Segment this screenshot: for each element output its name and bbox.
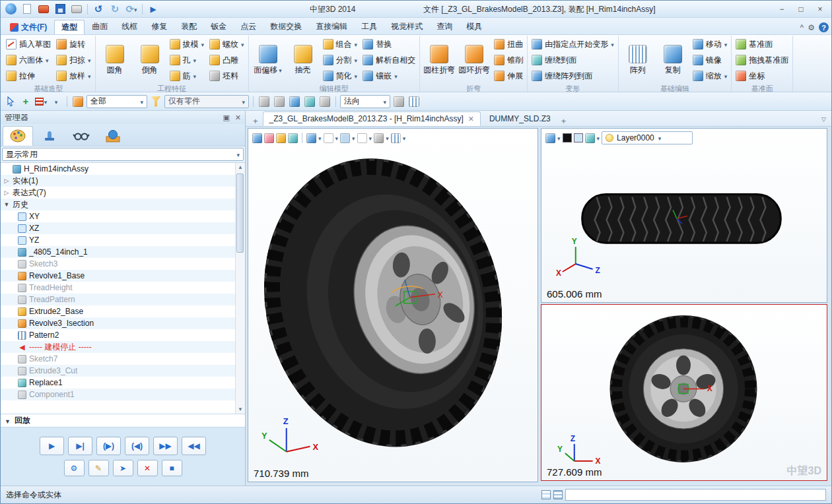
new-file-button[interactable] xyxy=(19,2,35,16)
tree-item[interactable]: Replace1 xyxy=(1,377,235,389)
command-input[interactable] xyxy=(565,489,826,501)
face-color-swatch[interactable] xyxy=(574,133,583,142)
wireframe-mode-dropdown[interactable] xyxy=(324,133,333,143)
section-view-icon[interactable] xyxy=(276,133,286,143)
tree-item[interactable]: Sketch7 xyxy=(1,353,235,365)
hole-button[interactable]: 孔 xyxy=(168,52,207,68)
tab-direct-edit[interactable]: 直接编辑 xyxy=(309,20,354,34)
tree-item[interactable]: Component1 xyxy=(1,389,235,400)
orientation-dropdown[interactable]: 法向 xyxy=(340,95,390,108)
manager-tab-visualize[interactable] xyxy=(66,126,96,146)
emboss-button[interactable]: 凸雕 xyxy=(207,52,246,68)
view-mode-dropdown[interactable] xyxy=(545,133,555,143)
eraser-icon[interactable] xyxy=(264,133,274,143)
tab-assembly[interactable]: 装配 xyxy=(174,20,203,34)
pick-box-button[interactable] xyxy=(258,95,271,108)
replay-solid-button[interactable]: ■ xyxy=(162,460,182,476)
scroll-down-icon[interactable]: ▼ xyxy=(238,406,243,412)
divide-button[interactable]: 分割 xyxy=(321,52,360,68)
tree-item[interactable]: Revolve1_Base xyxy=(1,270,235,282)
tree-item[interactable]: XZ xyxy=(1,222,235,234)
pick-polygon-button[interactable] xyxy=(273,95,286,108)
tire-model-side-view[interactable]: Y X Z xyxy=(541,129,827,303)
print-button[interactable] xyxy=(69,2,85,16)
scope-filter-dropdown[interactable]: 全部 xyxy=(87,95,147,108)
tab-inquire[interactable]: 查询 xyxy=(430,20,459,34)
copy-button[interactable]: 复制 xyxy=(656,44,690,77)
redo-button[interactable]: ↻ xyxy=(107,2,123,16)
snap-toggle-button[interactable] xyxy=(303,95,316,108)
tree-view-filter-dropdown[interactable]: 显示常用 xyxy=(2,148,244,161)
tree-item[interactable]: Extrude2_Base xyxy=(1,305,235,317)
replay-header[interactable]: 回放 xyxy=(1,414,245,427)
document-tab[interactable]: DUMMY_SLD.Z3 xyxy=(483,111,557,126)
tab-file[interactable]: 文件(F) xyxy=(3,20,53,34)
pattern-button[interactable]: 阵列 xyxy=(621,44,655,77)
revolve-button[interactable]: 旋转 xyxy=(54,36,93,52)
combine-button[interactable]: 组合 xyxy=(321,36,360,52)
tree-item[interactable]: 历史 xyxy=(1,199,235,210)
rib-button[interactable]: 筋 xyxy=(168,68,207,84)
tab-shape[interactable]: 造型 xyxy=(54,20,85,34)
tree-item[interactable]: Sketch3 xyxy=(1,258,235,270)
minimize-button[interactable]: − xyxy=(773,3,791,16)
filter-tool-button[interactable] xyxy=(149,95,162,108)
extrude-button[interactable]: 拉伸 xyxy=(4,68,53,84)
save-button[interactable] xyxy=(52,2,68,16)
entity-filter-dropdown[interactable]: 仅有零件 xyxy=(164,95,249,108)
walkthrough-icon[interactable] xyxy=(252,133,262,143)
replay-fast-forward-button[interactable]: ▶▶ xyxy=(153,437,178,455)
scrollbar-thumb[interactable] xyxy=(236,173,244,253)
collapse-ribbon-button[interactable]: ^ xyxy=(800,23,804,32)
display-mode-dropdown[interactable] xyxy=(306,133,316,143)
wrap-pattern-to-face-button[interactable]: 缠绕阵列到面 xyxy=(530,68,616,84)
viewport-main[interactable]: X Z Y X xyxy=(248,128,538,482)
box-button[interactable]: 六面体 xyxy=(4,52,53,68)
grid-display-dropdown[interactable] xyxy=(391,133,401,143)
shell-button[interactable]: 抽壳 xyxy=(286,44,320,77)
selection-options-button[interactable] xyxy=(50,95,63,108)
tab-wireframe[interactable]: 线框 xyxy=(115,20,144,34)
pick-chain-button[interactable] xyxy=(288,95,301,108)
tree-item[interactable]: H_Rim14inchAssy xyxy=(1,163,235,175)
tab-repair[interactable]: 修复 xyxy=(145,20,174,34)
draft-button[interactable]: 拔模 xyxy=(168,36,207,52)
sweep-button[interactable]: 扫掠 xyxy=(54,52,93,68)
tree-item[interactable]: Revolve3_Isection xyxy=(1,317,235,329)
replay-run-to-feature-button[interactable]: ➤ xyxy=(113,460,133,476)
table-view-icon[interactable] xyxy=(541,490,551,499)
replay-settings-button[interactable]: ⚙ xyxy=(64,460,85,476)
rotation-center-dropdown[interactable] xyxy=(357,133,367,143)
visibility-dropdown[interactable] xyxy=(585,133,595,143)
viewport-side[interactable]: Layer0000 xyxy=(541,128,827,303)
grid-toggle-button[interactable] xyxy=(407,95,421,108)
replay-play-to-end-button[interactable]: ▶| xyxy=(68,437,92,455)
scale-button[interactable]: 缩放 xyxy=(691,68,730,84)
highlight-tool-button[interactable] xyxy=(71,95,85,108)
tree-item-model-stop[interactable]: ----- 建模停止 ----- xyxy=(1,341,235,353)
edge-color-swatch[interactable] xyxy=(563,133,572,142)
csys-button[interactable]: 坐标 xyxy=(734,68,790,84)
selection-list-button[interactable] xyxy=(34,95,48,108)
tab-surface[interactable]: 曲面 xyxy=(85,20,114,34)
chamfer-button[interactable]: 倒角 xyxy=(133,44,167,77)
undo-button[interactable]: ↺ xyxy=(90,2,106,16)
datum-plane-button[interactable]: 基准面 xyxy=(734,36,790,52)
tree-item[interactable]: TreadHeight xyxy=(1,282,235,294)
replay-delete-button[interactable]: ✕ xyxy=(137,460,158,476)
tree-item[interactable]: YZ xyxy=(1,234,235,246)
close-panel-button[interactable]: ✕ xyxy=(235,113,241,122)
tab-tools[interactable]: 工具 xyxy=(355,20,384,34)
tire-model-front-view[interactable]: X Z Y X xyxy=(541,305,827,481)
fillet-button[interactable]: 圆角 xyxy=(98,44,132,77)
expand-arrow-icon[interactable] xyxy=(3,189,10,196)
mirror-button[interactable]: 镜像 xyxy=(691,52,730,68)
manager-tab-assembly[interactable] xyxy=(34,126,65,146)
simplify-button[interactable]: 简化 xyxy=(321,68,360,84)
regen-dropdown-button[interactable]: ⟳ xyxy=(123,2,139,16)
replace-button[interactable]: 替换 xyxy=(361,36,417,52)
list-view-icon[interactable] xyxy=(553,490,563,499)
open-file-button[interactable] xyxy=(36,2,52,16)
thread-button[interactable]: 螺纹 xyxy=(207,36,246,52)
restore-button[interactable]: □ xyxy=(792,3,810,16)
